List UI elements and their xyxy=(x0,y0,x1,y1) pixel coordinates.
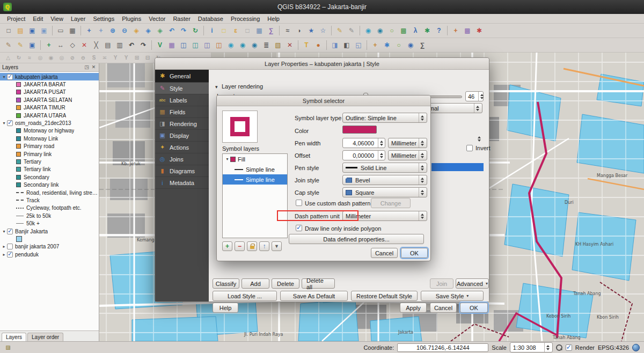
symbol-cancel-button[interactable]: Cancel xyxy=(371,248,398,258)
node-tool-icon[interactable]: ◇ xyxy=(67,40,78,50)
zoom-in-icon[interactable]: ⊕ xyxy=(107,25,118,36)
crs-label[interactable]: EPSG:4326 xyxy=(598,344,629,351)
coordinate-capture-icon[interactable]: + xyxy=(370,40,380,50)
layer-item[interactable]: osm_roads_21dec2013 xyxy=(0,119,99,127)
symbol-layer-item-simple-line[interactable]: Simple line xyxy=(223,164,287,174)
expander-icon[interactable] xyxy=(224,157,230,161)
menu-project[interactable]: Project xyxy=(3,15,29,23)
add-wcs-layer-icon[interactable]: ◉ xyxy=(237,40,248,50)
delete-all-button[interactable]: Delete all xyxy=(302,278,335,289)
add-button[interactable]: Add xyxy=(241,278,269,289)
offset-unit-combo[interactable]: Millimeter xyxy=(388,150,427,160)
add-mssql-layer-icon[interactable]: ◫ xyxy=(202,40,213,50)
join-style-combo[interactable]: Bevel xyxy=(342,175,427,185)
toggle-editing-icon[interactable]: ✎ xyxy=(15,40,26,50)
layer-checkbox[interactable] xyxy=(7,229,13,234)
coordinate-field[interactable]: 106.71246,-6.14244 xyxy=(397,343,488,352)
plugin-settings-icon[interactable]: ✱ xyxy=(474,25,485,36)
menu-settings[interactable]: Settings xyxy=(89,15,118,23)
restore-default-style-button[interactable]: Restore Default Style xyxy=(351,291,418,301)
osm-search-icon[interactable]: ○ xyxy=(386,25,397,36)
layer-checkbox[interactable] xyxy=(7,252,13,258)
lp-tab-diagrams[interactable]: ▮Diagrams xyxy=(155,165,209,177)
measure-line-icon[interactable]: ≈ xyxy=(282,25,293,36)
menu-help[interactable]: Help xyxy=(264,15,283,23)
symbol-ok-button[interactable]: OK xyxy=(401,248,428,258)
field-calculator-icon[interactable]: ∑ xyxy=(266,25,276,36)
map-overview-panel-icon[interactable]: ◱ xyxy=(353,40,364,50)
expander-icon[interactable] xyxy=(1,75,7,79)
move-layer-up-button[interactable]: ↑ xyxy=(259,241,269,251)
menu-edit[interactable]: Edit xyxy=(29,15,47,23)
move-feature-icon[interactable]: ↔ xyxy=(55,40,66,50)
color-button[interactable] xyxy=(342,126,377,134)
render-checkbox[interactable] xyxy=(566,344,572,351)
save-project-icon[interactable]: ▣ xyxy=(27,25,38,36)
layer-diagram-options-icon[interactable]: ● xyxy=(313,40,324,50)
processing-toolbox-icon[interactable]: ✱ xyxy=(422,25,433,36)
layer-item[interactable]: Banjir Jakarta xyxy=(0,227,99,235)
paste-features-icon[interactable]: ▥ xyxy=(114,40,125,50)
layer-checkbox[interactable] xyxy=(7,74,13,80)
lp-tab-actions[interactable]: ✦Actions xyxy=(155,142,209,153)
layer-checkbox[interactable] xyxy=(7,120,13,126)
zoom-next-icon[interactable]: ↷ xyxy=(178,25,189,36)
help-contents-icon[interactable]: ? xyxy=(434,25,444,36)
lp-tab-joins[interactable]: ◎Joins xyxy=(155,153,209,165)
lock-color-button[interactable] xyxy=(247,241,257,251)
menu-database[interactable]: Database xyxy=(194,15,227,23)
undo-icon[interactable]: ↶ xyxy=(126,40,137,50)
collapse-arrow-icon[interactable]: ▾ xyxy=(215,84,218,90)
lp-tab-general[interactable]: ✱General xyxy=(155,70,209,83)
refresh-map-icon[interactable]: ↻ xyxy=(190,25,201,36)
pen-style-combo[interactable]: Solid Line xyxy=(342,163,427,173)
deselect-features-icon[interactable]: □ xyxy=(242,25,253,36)
new-bookmark-icon[interactable]: ★ xyxy=(306,25,317,36)
pan-map-icon[interactable]: + xyxy=(84,25,94,36)
add-wms-service-icon[interactable]: ◉ xyxy=(225,40,236,50)
cut-features-icon[interactable]: ╳ xyxy=(91,40,101,50)
custom-dash-checkbox[interactable] xyxy=(296,200,302,206)
show-all-layers-icon[interactable]: ◨ xyxy=(330,40,340,50)
lp-tab-labels[interactable]: abcLabels xyxy=(155,94,209,106)
transparency-spinbox[interactable]: 46 xyxy=(465,91,484,101)
draw-inside-polygon-checkbox[interactable] xyxy=(296,225,302,231)
advanced-button[interactable]: Advanced xyxy=(456,278,489,289)
composer-manager-icon[interactable]: ▦ xyxy=(67,25,78,36)
lp-tab-display[interactable]: ▣Display xyxy=(155,130,209,142)
messages-log-icon[interactable]: ▨ xyxy=(4,344,12,351)
magnifier-icon[interactable] xyxy=(556,344,562,351)
metasearch-catalog-icon[interactable]: ◉ xyxy=(405,40,416,50)
statistical-summary-icon[interactable]: ∑ xyxy=(417,40,428,50)
zoom-last-icon[interactable]: ↶ xyxy=(166,25,177,36)
invert-checkbox[interactable] xyxy=(466,145,473,151)
delete-button[interactable]: Delete xyxy=(272,278,299,289)
delete-selected-icon[interactable]: ✕ xyxy=(79,40,90,50)
pan-to-selection-icon[interactable]: + xyxy=(96,25,106,36)
select-features-icon[interactable]: □ xyxy=(218,25,229,36)
selected-class-row[interactable] xyxy=(431,163,484,171)
lp-tab-fields[interactable]: ▦Fields xyxy=(155,106,209,118)
menu-plugins[interactable]: Plugins xyxy=(118,15,145,23)
panel-float-icon[interactable]: ◳ xyxy=(84,64,90,70)
open-attribute-table-icon[interactable]: ▦ xyxy=(254,25,265,36)
load-style-button[interactable]: Load Style ... xyxy=(213,291,277,301)
cancel-button[interactable]: Cancel xyxy=(430,303,457,313)
add-raster-layer-icon[interactable]: ▦ xyxy=(166,40,177,50)
scale-combo[interactable]: 1:30 308 xyxy=(510,342,553,352)
current-edits-icon[interactable]: ✎ xyxy=(3,40,14,50)
move-layer-down-button[interactable]: ▼ xyxy=(272,241,282,251)
spin-arrows-icon[interactable] xyxy=(475,134,482,143)
menu-raster[interactable]: Raster xyxy=(169,15,194,23)
zoom-to-layer-icon[interactable]: ◈ xyxy=(155,25,165,36)
copy-features-icon[interactable]: ▤ xyxy=(103,40,113,50)
new-shapefile-layer-icon[interactable]: ▧ xyxy=(273,40,283,50)
select-by-expression-icon[interactable]: ε xyxy=(230,25,241,36)
projection-globe-icon[interactable] xyxy=(632,344,640,351)
menu-view[interactable]: View xyxy=(47,15,67,23)
tab-layers[interactable]: Layers xyxy=(2,333,26,341)
save-style-button[interactable]: Save Style xyxy=(421,291,484,301)
add-wms-layer-icon[interactable]: ◉ xyxy=(363,25,374,36)
add-vector-layer-icon[interactable]: V xyxy=(155,40,165,50)
symbol-layer-item-simple-line-selected[interactable]: Simple line xyxy=(223,174,287,185)
